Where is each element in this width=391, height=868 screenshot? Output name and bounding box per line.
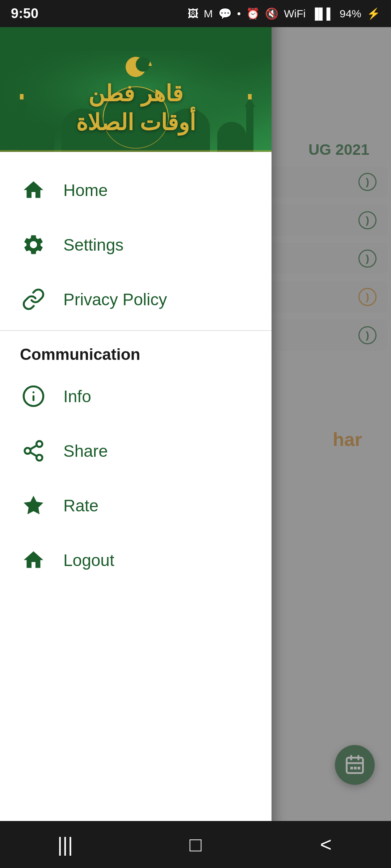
rate-label: Rate bbox=[63, 496, 98, 515]
svg-rect-20 bbox=[217, 136, 246, 152]
notification-dot: • bbox=[237, 8, 241, 20]
menu-item-logout[interactable]: Logout bbox=[0, 533, 272, 587]
status-bar: 9:50 🖼 M 💬 • ⏰ 🔇 WiFi ▐▌▌ 94% ⚡ bbox=[0, 0, 391, 27]
battery-indicator: 94% bbox=[340, 8, 361, 20]
back-button[interactable]: < bbox=[304, 830, 348, 859]
settings-icon bbox=[20, 231, 47, 258]
menu-item-info[interactable]: Info bbox=[0, 369, 272, 424]
drawer-menu: Home Settings Privacy Policy Comm bbox=[0, 152, 272, 830]
svg-line-35 bbox=[30, 452, 37, 456]
app-arabic-title: قاهر فطن أوقات الصلاة bbox=[0, 79, 272, 137]
share-label: Share bbox=[63, 441, 108, 461]
message-icon: 💬 bbox=[218, 7, 232, 20]
recent-apps-button[interactable]: ||| bbox=[43, 830, 87, 859]
gallery-icon: 🖼 bbox=[188, 8, 198, 20]
privacy-label: Privacy Policy bbox=[63, 290, 167, 309]
alarm-icon: ⏰ bbox=[246, 7, 260, 20]
home-icon bbox=[20, 176, 47, 204]
wifi-icon: WiFi bbox=[284, 8, 306, 20]
menu-item-settings[interactable]: Settings bbox=[0, 217, 272, 272]
home-label: Home bbox=[63, 180, 108, 200]
info-icon bbox=[20, 383, 47, 410]
signal-icon: ▐▌▌ bbox=[311, 8, 334, 20]
gmail-icon: M bbox=[204, 8, 213, 20]
svg-line-36 bbox=[30, 446, 37, 450]
svg-rect-27 bbox=[0, 150, 272, 152]
menu-item-share[interactable]: Share bbox=[0, 424, 272, 478]
share-icon bbox=[20, 437, 47, 464]
star-icon bbox=[20, 492, 47, 519]
logout-label: Logout bbox=[63, 550, 114, 570]
menu-item-home[interactable]: Home bbox=[0, 163, 272, 217]
svg-point-9 bbox=[136, 57, 150, 72]
status-icons: 🖼 M 💬 • ⏰ 🔇 WiFi ▐▌▌ 94% ⚡ bbox=[188, 7, 380, 20]
battery-charging-icon: ⚡ bbox=[367, 7, 380, 20]
info-label: Info bbox=[63, 387, 91, 406]
mute-icon: 🔇 bbox=[265, 7, 278, 20]
settings-label: Settings bbox=[63, 235, 123, 255]
communication-section-title: Communication bbox=[0, 335, 272, 369]
status-time: 9:50 bbox=[11, 6, 38, 21]
navigation-drawer: قاهر فطن أوقات الصلاة Home Settings bbox=[0, 0, 272, 868]
home-button[interactable]: □ bbox=[174, 830, 217, 859]
link-icon bbox=[20, 286, 47, 313]
logout-icon bbox=[20, 546, 47, 574]
menu-item-privacy[interactable]: Privacy Policy bbox=[0, 272, 272, 327]
bottom-nav-bar: ||| □ < bbox=[0, 821, 391, 868]
menu-item-rate[interactable]: Rate bbox=[0, 478, 272, 533]
drawer-divider bbox=[0, 330, 272, 331]
svg-rect-18 bbox=[25, 136, 54, 152]
